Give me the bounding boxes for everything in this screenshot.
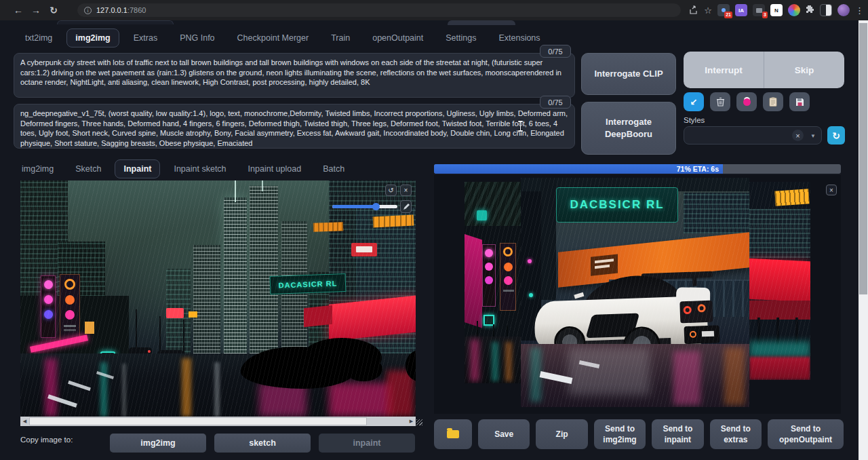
extensions-puzzle-icon[interactable] xyxy=(806,5,814,16)
send-to-extras-button[interactable]: Send to extras xyxy=(710,419,762,449)
tab-extensions[interactable]: Extensions xyxy=(490,29,548,47)
progress-fill: 71% ETA: 6s xyxy=(434,164,723,174)
gallery-main-image[interactable]: DACBSICR RL xyxy=(521,178,749,407)
text-cursor xyxy=(517,121,524,132)
interrogate-clip-button[interactable]: Interrogate CLIP xyxy=(581,53,676,95)
tab-img2img[interactable]: img2img xyxy=(66,28,119,47)
scroll-left-arrow[interactable]: ◀ xyxy=(20,417,29,426)
clipboard-icon xyxy=(769,97,777,107)
save-button[interactable]: Save xyxy=(478,419,530,449)
copy-to-img2img-button[interactable]: img2img xyxy=(110,434,206,453)
interrogate-deepbooru-button[interactable]: Interrogate DeepBooru xyxy=(581,102,676,155)
styles-label: Styles xyxy=(684,116,705,124)
subtab-inpaint[interactable]: Inpaint xyxy=(115,159,160,178)
tab-txt2img[interactable]: txt2img xyxy=(17,29,60,47)
apply-styles-button[interactable] xyxy=(763,92,783,111)
bookmark-star-icon[interactable]: ☆ xyxy=(704,5,712,16)
scrolled-element-peek2 xyxy=(57,20,174,24)
negative-prompt-input[interactable]: ng_deepnegative_v1_75t, (worst quality, … xyxy=(14,104,575,149)
extension-badge2-count: 3 xyxy=(762,12,768,18)
canvas-resize-grip[interactable] xyxy=(416,419,422,425)
floppy-save-icon xyxy=(795,98,804,107)
canvas-scrollbar-thumb[interactable] xyxy=(29,417,367,425)
folder-icon xyxy=(447,430,459,438)
generation-progress-bar: 71% ETA: 6s xyxy=(434,164,841,174)
extension-badge2-icon[interactable]: 3 xyxy=(753,4,765,16)
copy-image-to-label: Copy image to: xyxy=(20,436,73,444)
app-window: ← → ↻ i 127.0.0.1:7860 ☆ 21 IA 3 N xyxy=(0,0,868,460)
brush-size-slider-knob[interactable] xyxy=(372,203,380,210)
gallery-close-button[interactable]: × xyxy=(826,185,837,195)
extension-badge-icon[interactable]: 21 xyxy=(717,4,730,16)
extra-networks-button[interactable] xyxy=(736,92,757,111)
browser-forward-button[interactable]: → xyxy=(27,5,45,16)
scroll-right-arrow[interactable]: ▶ xyxy=(407,417,416,426)
webui-page: txt2img img2img Extras PNG Info Checkpoi… xyxy=(0,20,859,460)
paste-arrow-icon: ↙ xyxy=(690,97,698,107)
trash-icon xyxy=(716,97,725,107)
send-to-openoutpaint-button[interactable]: Send to openOutpaint xyxy=(768,419,844,449)
browser-reload-button[interactable]: ↻ xyxy=(45,5,62,16)
styles-clear-icon[interactable]: × xyxy=(792,130,804,141)
brush-icon xyxy=(403,204,410,210)
ia-extension-icon[interactable]: IA xyxy=(735,4,747,16)
tab-extras[interactable]: Extras xyxy=(125,29,165,47)
gallery-next-image[interactable] xyxy=(749,182,810,380)
progress-label: 71% ETA: 6s xyxy=(677,165,719,173)
refresh-styles-button[interactable]: ↻ xyxy=(827,126,845,145)
subtab-img2img[interactable]: img2img xyxy=(14,160,62,178)
site-info-icon[interactable]: i xyxy=(84,7,92,14)
address-bar[interactable]: i 127.0.0.1:7860 xyxy=(77,3,681,17)
paste-generation-params-button[interactable]: ↙ xyxy=(684,92,704,111)
browser-menu-icon[interactable]: ⋮ xyxy=(855,5,864,16)
browser-scrollbar-thumb[interactable] xyxy=(859,23,867,294)
tab-checkpoint-merger[interactable]: Checkpoint Merger xyxy=(229,29,317,47)
scrolled-element-peek xyxy=(448,20,515,25)
tab-settings[interactable]: Settings xyxy=(437,29,484,47)
url-text: 127.0.0.1:7860 xyxy=(96,6,146,14)
subtab-inpaint-sketch[interactable]: Inpaint sketch xyxy=(165,160,234,178)
canvas-horizontal-scrollbar[interactable]: ◀ ▶ xyxy=(20,417,416,426)
gallery-prev-image[interactable] xyxy=(465,182,521,383)
canvas-clear-image-button[interactable]: × xyxy=(400,185,412,196)
send-to-inpaint-button[interactable]: Send to inpaint xyxy=(652,419,703,449)
subtab-batch[interactable]: Batch xyxy=(315,160,353,178)
share-icon[interactable] xyxy=(689,5,698,15)
canvas-undo-button[interactable]: ↺ xyxy=(385,185,397,196)
darkreader-extension-icon[interactable] xyxy=(820,4,832,16)
open-output-folder-button[interactable] xyxy=(434,419,472,449)
browser-toolbar: ← → ↻ i 127.0.0.1:7860 ☆ 21 IA 3 N xyxy=(0,0,868,20)
tab-png-info[interactable]: PNG Info xyxy=(172,29,222,47)
output-gallery: DACBSICR RL xyxy=(434,175,841,414)
img2img-mode-tab-bar: img2img Sketch Inpaint Inpaint sketch In… xyxy=(14,159,353,178)
prompt-token-counter: 0/75 xyxy=(540,45,571,58)
styles-dropdown[interactable]: × ▼ xyxy=(684,126,822,145)
copy-to-inpaint-button[interactable]: inpaint xyxy=(319,434,415,453)
main-tab-bar: txt2img img2img Extras PNG Info Checkpoi… xyxy=(0,28,549,47)
copy-to-sketch-button[interactable]: sketch xyxy=(214,434,311,453)
brush-tool-button[interactable] xyxy=(400,200,412,213)
generation-control-group: Interrupt Skip xyxy=(684,52,844,88)
brush-size-slider[interactable] xyxy=(332,205,397,208)
extension-badge-count: 21 xyxy=(724,12,732,18)
save-style-button[interactable] xyxy=(789,92,810,111)
extra-networks-icon xyxy=(743,98,751,106)
browser-scrollbar[interactable] xyxy=(859,20,868,460)
interrupt-button[interactable]: Interrupt xyxy=(684,52,764,88)
inpaint-canvas[interactable]: DACASICR RL xyxy=(20,180,416,417)
tab-openoutpaint[interactable]: openOutpaint xyxy=(364,29,431,47)
subtab-inpaint-upload[interactable]: Inpaint upload xyxy=(240,160,310,178)
prompt-input[interactable]: A cyberpunk city street with lots of tra… xyxy=(14,53,575,98)
tab-train[interactable]: Train xyxy=(323,29,358,47)
notion-extension-icon[interactable]: N xyxy=(770,4,783,16)
profile-avatar[interactable] xyxy=(837,4,850,16)
skip-button[interactable]: Skip xyxy=(764,52,844,88)
clear-prompt-button[interactable] xyxy=(710,92,730,111)
browser-back-button[interactable]: ← xyxy=(9,5,27,16)
send-to-img2img-button[interactable]: Send to img2img xyxy=(594,419,646,449)
chevron-down-icon[interactable]: ▼ xyxy=(810,133,816,139)
colorpick-extension-icon[interactable] xyxy=(788,4,800,16)
zip-button[interactable]: Zip xyxy=(536,419,587,449)
subtab-sketch[interactable]: Sketch xyxy=(67,160,109,178)
negative-prompt-token-counter: 0/75 xyxy=(540,96,571,109)
